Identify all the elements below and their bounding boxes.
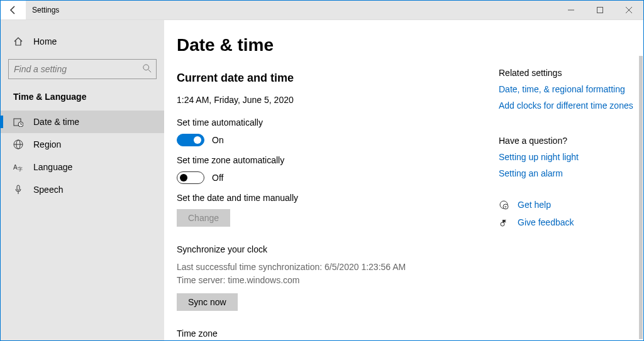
svg-point-4 bbox=[143, 65, 149, 70]
sync-last: Last successful time synchronization: 6/… bbox=[177, 261, 474, 274]
minimize-icon bbox=[568, 7, 574, 13]
sidebar: Home Time & Language Date & time Region … bbox=[1, 20, 164, 340]
sidebar-item-region[interactable]: Region bbox=[1, 133, 164, 156]
window-controls bbox=[557, 1, 643, 19]
page-title: Date & time bbox=[177, 35, 474, 55]
content-area: Date & time Current date and time 1:24 A… bbox=[164, 20, 499, 340]
svg-rect-1 bbox=[597, 8, 603, 13]
svg-text:字: 字 bbox=[18, 166, 23, 172]
home-link[interactable]: Home bbox=[1, 33, 164, 59]
question-heading: Have a question? bbox=[499, 136, 637, 146]
sidebar-item-date-time[interactable]: Date & time bbox=[1, 111, 164, 133]
auto-tz-state: Off bbox=[212, 173, 223, 183]
sidebar-item-label: Date & time bbox=[33, 117, 79, 127]
help-icon: ? bbox=[499, 200, 509, 210]
scrollbar[interactable] bbox=[639, 56, 643, 339]
calendar-clock-icon bbox=[13, 117, 23, 127]
change-button: Change bbox=[177, 209, 230, 227]
search-icon bbox=[143, 64, 152, 73]
link-night-light[interactable]: Setting up night light bbox=[499, 152, 637, 162]
auto-time-label: Set time automatically bbox=[177, 117, 474, 127]
link-alarm[interactable]: Setting an alarm bbox=[499, 168, 637, 178]
link-regional-formatting[interactable]: Date, time, & regional formatting bbox=[499, 84, 637, 94]
manual-label: Set the date and time manually bbox=[177, 193, 474, 203]
right-column: Related settings Date, time, & regional … bbox=[499, 20, 643, 340]
tz-label: Time zone bbox=[177, 328, 474, 338]
minimize-button[interactable] bbox=[557, 1, 586, 19]
sidebar-item-label: Region bbox=[33, 139, 61, 149]
language-icon: A字 bbox=[13, 162, 23, 172]
get-help-link[interactable]: Get help bbox=[518, 200, 551, 210]
arrow-left-icon bbox=[8, 5, 18, 15]
category-heading: Time & Language bbox=[1, 92, 164, 111]
sync-now-button[interactable]: Sync now bbox=[177, 293, 238, 311]
auto-tz-toggle[interactable] bbox=[177, 171, 204, 184]
close-button[interactable] bbox=[614, 1, 643, 19]
link-add-clocks[interactable]: Add clocks for different time zones bbox=[499, 100, 637, 111]
auto-tz-label: Set time zone automatically bbox=[177, 155, 474, 165]
sync-heading: Synchronize your clock bbox=[177, 244, 474, 254]
auto-time-state: On bbox=[212, 135, 224, 145]
sidebar-item-speech[interactable]: Speech bbox=[1, 178, 164, 201]
svg-line-5 bbox=[148, 70, 151, 72]
titlebar: Settings bbox=[1, 1, 643, 20]
maximize-icon bbox=[597, 7, 603, 13]
feedback-icon bbox=[499, 217, 509, 227]
microphone-icon bbox=[13, 185, 23, 195]
svg-point-19 bbox=[501, 222, 504, 226]
window-title: Settings bbox=[26, 6, 557, 14]
maximize-button[interactable] bbox=[586, 1, 614, 19]
search-input[interactable] bbox=[8, 59, 157, 79]
sync-server: Time server: time.windows.com bbox=[177, 274, 474, 287]
close-icon bbox=[626, 7, 632, 13]
section-heading: Current date and time bbox=[177, 72, 474, 85]
settings-window: Settings Home Time & Language Date & tim… bbox=[0, 0, 644, 341]
sidebar-item-label: Language bbox=[33, 162, 72, 172]
svg-text:A: A bbox=[13, 164, 18, 171]
svg-rect-15 bbox=[17, 185, 19, 190]
back-button[interactable] bbox=[1, 1, 26, 19]
give-feedback-link[interactable]: Give feedback bbox=[518, 217, 574, 227]
sidebar-item-language[interactable]: A字 Language bbox=[1, 156, 164, 178]
sidebar-item-label: Speech bbox=[33, 185, 63, 195]
related-heading: Related settings bbox=[499, 68, 637, 78]
current-datetime: 1:24 AM, Friday, June 5, 2020 bbox=[177, 95, 474, 105]
home-label: Home bbox=[33, 36, 57, 46]
home-icon bbox=[13, 36, 23, 46]
globe-icon bbox=[13, 139, 23, 149]
auto-time-toggle[interactable] bbox=[177, 134, 204, 146]
